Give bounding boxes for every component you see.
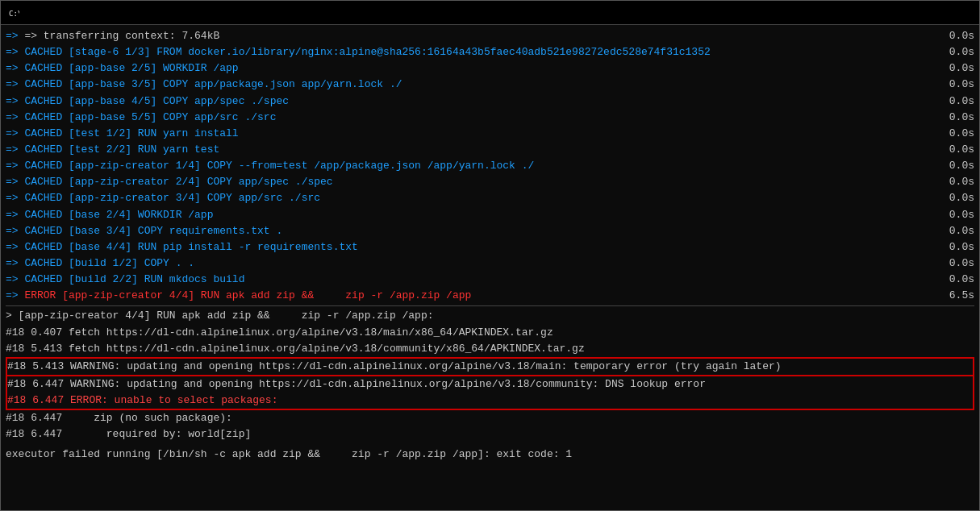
terminal-line: #18 0.407 fetch https://dl-cdn.alpinelin…: [6, 325, 974, 341]
terminal-line: executor failed running [/bin/sh -c apk …: [6, 447, 974, 463]
terminal-line: => CACHED [build 1/2] COPY . .0.0s: [6, 256, 974, 272]
terminal-line: => CACHED [test 1/2] RUN yarn install0.0…: [6, 126, 974, 142]
terminal-line: => CACHED [app-zip-creator 1/4] COPY --f…: [6, 158, 974, 174]
close-button[interactable]: [957, 5, 973, 21]
cmd-window: C:\ => => transferring context: 7.64kB0.…: [0, 0, 980, 511]
terminal-line: => CACHED [app-zip-creator 3/4] COPY app…: [6, 190, 974, 206]
terminal-line: => CACHED [app-base 5/5] COPY app/src ./…: [6, 110, 974, 126]
terminal-line: #18 5.413 fetch https://dl-cdn.alpinelin…: [6, 341, 974, 357]
terminal-line: #18 5.413 WARNING: updating and opening …: [6, 357, 974, 375]
terminal-line: => ERROR [app-zip-creator 4/4] RUN apk a…: [6, 288, 974, 304]
svg-text:C:\: C:\: [9, 10, 19, 18]
terminal-line: => CACHED [build 2/2] RUN mkdocs build0.…: [6, 272, 974, 288]
title-bar: C:\: [1, 1, 979, 25]
terminal-line: => CACHED [app-base 2/5] WORKDIR /app0.0…: [6, 60, 974, 77]
terminal-line: #18 6.447 required by: world[zip]: [6, 426, 974, 442]
terminal-line: => CACHED [base 4/4] RUN pip install -r …: [6, 239, 974, 256]
window-controls: [911, 5, 973, 21]
terminal-line: => CACHED [test 2/2] RUN yarn test0.0s: [6, 142, 974, 158]
maximize-button[interactable]: [934, 5, 950, 21]
terminal-output: => => transferring context: 7.64kB0.0s=>…: [1, 25, 979, 510]
terminal-line: => CACHED [app-zip-creator 2/4] COPY app…: [6, 174, 974, 190]
section-divider: [6, 305, 974, 306]
terminal-line: => CACHED [base 2/4] WORKDIR /app0.0s: [6, 207, 974, 223]
terminal-line: => CACHED [stage-6 1/3] FROM docker.io/l…: [6, 44, 974, 60]
terminal-line: #18 6.447 ERROR: unable to select packag…: [6, 393, 974, 410]
terminal-line: #18 6.447 zip (no such package):: [6, 410, 974, 426]
terminal-line: #18 6.447 WARNING: updating and opening …: [6, 375, 974, 393]
terminal-line: > [app-zip-creator 4/4] RUN apk add zip …: [6, 308, 974, 324]
terminal-line: => => transferring context: 7.64kB0.0s: [6, 28, 974, 44]
minimize-button[interactable]: [911, 5, 928, 21]
terminal-line: => CACHED [base 3/4] COPY requirements.t…: [6, 223, 974, 239]
terminal-line: => CACHED [app-base 4/5] COPY app/spec .…: [6, 93, 974, 110]
terminal-line: => CACHED [app-base 3/5] COPY app/packag…: [6, 77, 974, 93]
cmd-icon: C:\: [7, 6, 20, 19]
